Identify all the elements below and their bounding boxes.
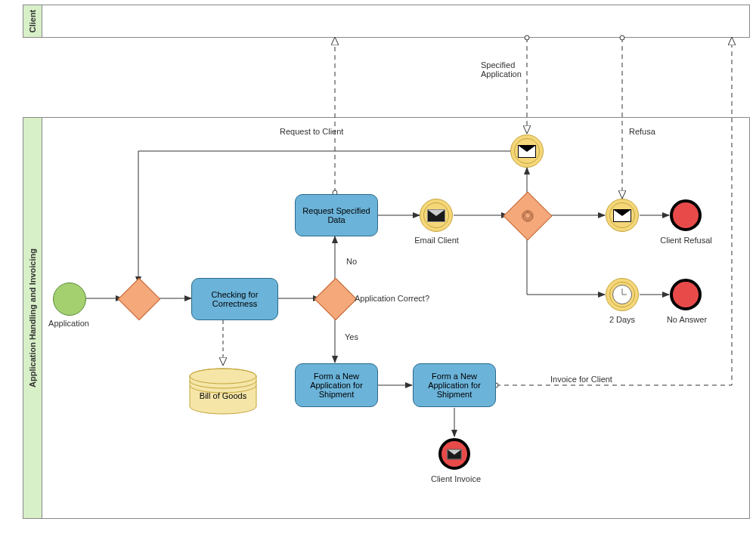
- end-event-invoice: [438, 438, 470, 470]
- task-form-app-1-label: Form a New Application for Shipment: [300, 372, 373, 399]
- svg-marker-22: [525, 212, 531, 218]
- datastore-bill-label: Bill of Goods: [185, 391, 261, 400]
- pool-main-label: Application Handling and Invoicing: [23, 118, 42, 518]
- envelope-icon: [427, 209, 445, 222]
- svg-point-21: [523, 211, 531, 220]
- pool-client-label: Client: [23, 5, 42, 37]
- gateway-branch-yes: Yes: [340, 332, 363, 341]
- msg-refusal: Refusa: [629, 127, 674, 136]
- task-request-data-label: Request Specified Data: [300, 206, 373, 224]
- task-checking-label: Checking for Correctness: [197, 290, 273, 308]
- event-timer-label: 2 Days: [603, 315, 641, 324]
- end-event-noanswer: [670, 279, 702, 310]
- end-event-refusal-label: Client Refusal: [654, 236, 718, 245]
- pool-main-title: Application Handling and Invoicing: [28, 248, 37, 387]
- task-form-app-2-label: Form a New Application for Shipment: [418, 372, 491, 399]
- pool-client: Client: [23, 5, 750, 38]
- msg-invoice: Invoice for Client: [550, 375, 641, 384]
- end-event-invoice-label: Client Invoice: [422, 474, 490, 483]
- end-event-refusal: [670, 199, 702, 231]
- start-event-label: Application: [39, 319, 98, 328]
- pool-client-title: Client: [28, 10, 37, 33]
- envelope-icon: [447, 449, 461, 459]
- msg-specified-app: Specified Application: [481, 60, 525, 79]
- clock-icon: [612, 285, 632, 304]
- datastore-bill: Bill of Goods: [185, 367, 261, 416]
- start-event-application: [53, 282, 86, 316]
- msg-request-client: Request to Client: [280, 127, 386, 136]
- task-request-data: Request Specified Data: [295, 194, 378, 236]
- task-checking: Checking for Correctness: [191, 278, 278, 320]
- task-form-app-2: Form a New Application for Shipment: [413, 363, 496, 407]
- event-catch-specified-app: [510, 134, 544, 168]
- pentagon-icon: [522, 210, 534, 222]
- task-form-app-1: Form a New Application for Shipment: [295, 363, 378, 407]
- event-timer-2days: [606, 278, 639, 311]
- gateway-app-correct-label: Application Correct?: [355, 294, 460, 303]
- end-event-noanswer-label: No Answer: [658, 315, 715, 324]
- envelope-icon: [613, 209, 631, 222]
- event-email-client: [420, 199, 453, 232]
- event-catch-refusal: [606, 199, 639, 232]
- gateway-branch-no: No: [340, 257, 363, 266]
- event-email-client-label: Email Client: [408, 236, 465, 245]
- envelope-icon: [518, 145, 536, 158]
